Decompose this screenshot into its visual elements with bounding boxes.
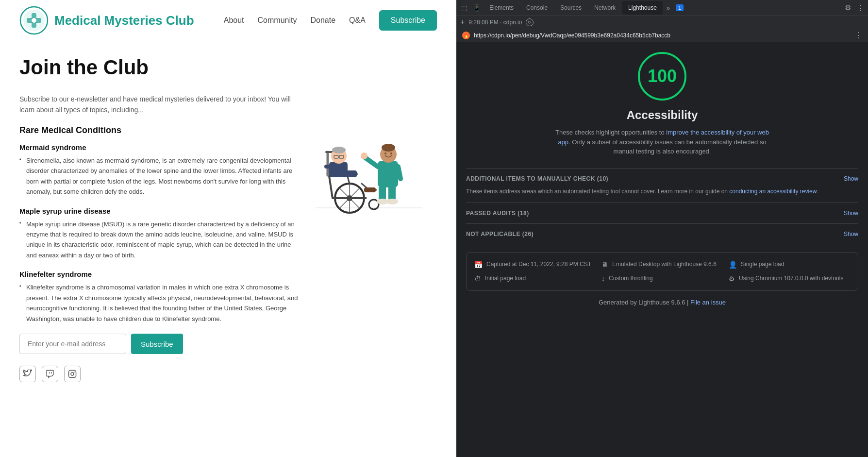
footer-initial-load: ⏱ Initial page load [474,274,596,283]
url-reload-icon[interactable]: ↻ [526,18,534,26]
person-icon: 👤 [729,261,737,269]
devtools-panel: ⬚ 📱 Elements Console Sources Network Lig… [456,0,868,457]
audit-manual-body: These items address areas which an autom… [466,187,858,196]
more-tabs-button[interactable]: » [664,4,673,12]
twitch-icon[interactable] [42,366,58,382]
website-panel: Medical Mysteries Club About Community D… [0,0,456,457]
page-heading: Join the Club [19,56,437,79]
audit-description: These checks highlight opportunities to … [551,128,774,156]
tab-lighthouse[interactable]: Lighthouse [622,1,663,15]
generated-text: Generated by Lighthouse 9.6.6 | [599,299,690,306]
condition-title-1: Maple syrup urine disease [19,207,301,215]
nav-donate[interactable]: Donate [310,16,335,25]
svg-point-4 [32,18,36,23]
condition-title-0: Mermaid syndrome [19,143,301,152]
desktop-icon: 🖥 [601,261,608,269]
svg-rect-20 [324,165,331,169]
devtools-gear-icon[interactable]: ⚙ [842,3,854,12]
svg-rect-5 [69,371,76,378]
logo-container: Medical Mysteries Club [19,6,194,35]
audit-section-na-header[interactable]: NOT APPLICABLE (26) Show [466,231,858,237]
tab-counter: 1 [676,4,684,11]
site-title: Medical Mysteries Club [54,13,194,28]
svg-point-35 [384,152,386,154]
intro-text: Subscribe to our e-newsletter and have m… [19,94,301,116]
svg-point-22 [332,147,346,153]
audit-section-manual-header[interactable]: ADDITIONAL ITEMS TO MANUALLY CHECK (10) … [466,175,858,182]
condition-klinefelter: Klinefelter syndrome Klinefelter syndrom… [19,270,301,324]
lighthouse-results: 100 Accessibility These checks highlight… [456,42,868,457]
devtools-inspect-icon[interactable]: ⬚ [458,2,470,14]
svg-rect-19 [330,170,357,177]
email-input[interactable] [19,334,126,354]
tab-sources[interactable]: Sources [554,1,587,15]
audit-desc-text: These checks highlight opportunities to [555,129,666,136]
audit-passed-show-button[interactable]: Show [844,210,858,217]
condition-text-0: Sirenomelia, also known as mermaid syndr… [19,155,301,197]
audit-na-show-button[interactable]: Show [844,231,858,237]
footer-captured-text: Captured at Dec 11, 2022, 9:28 PM CST [486,260,591,269]
email-section: Subscribe [19,334,301,354]
nav-bar: Medical Mysteries Club About Community D… [0,0,456,41]
audit-desc-mid: . Only a subset of accessibility issues … [568,138,767,155]
url-time: 9:28:08 PM · cdpn.io [468,19,522,26]
audit-section-na: NOT APPLICABLE (26) Show [466,223,858,244]
devtools-more-icon[interactable]: ⋮ [855,3,866,12]
footer-throttling-text: Custom throttling [609,274,653,283]
footer-emulated: 🖥 Emulated Desktop with Lighthouse 9.6.6 [601,260,723,269]
url-text: https://cdpn.io/pen/debug/VwdOaqp/ee0945… [474,32,851,39]
section-heading: Rare Medical Conditions [19,125,301,135]
audit-section-passed-header[interactable]: PASSED AUDITS (18) Show [466,210,858,217]
accessibility-score: 100 [648,66,677,86]
content-area: Subscribe to our e-newsletter and have m… [0,94,456,382]
nav-community[interactable]: Community [258,16,297,25]
instagram-icon[interactable] [64,366,81,382]
footer-captured: 📅 Captured at Dec 11, 2022, 9:28 PM CST [474,260,596,269]
svg-point-31 [386,199,398,204]
file-issue-link[interactable]: File an issue [690,299,726,306]
tab-elements[interactable]: Elements [484,1,519,15]
footer-chromium: ⚙ Using Chromium 107.0.0.0 with devtools [729,274,850,283]
svg-rect-29 [388,183,396,201]
url-more-icon[interactable]: ⋮ [854,31,862,40]
audit-manual-show-button[interactable]: Show [844,175,858,182]
lighthouse-footer: 📅 Captured at Dec 11, 2022, 9:28 PM CST … [466,252,858,291]
url-bar: + 9:28:08 PM · cdpn.io ↻ [456,16,868,29]
audit-manual-link[interactable]: conducting an accessibility review [729,188,816,195]
nav-qa[interactable]: Q&A [349,16,366,25]
nav-about[interactable]: About [224,16,244,25]
generated-by: Generated by Lighthouse 9.6.6 | File an … [599,299,726,306]
footer-initial-load-text: Initial page load [485,274,526,283]
svg-point-34 [382,144,395,152]
footer-single-page-text: Single page load [741,260,784,269]
url-plus-icon[interactable]: + [460,18,465,27]
url-address-bar: 🔥 https://cdpn.io/pen/debug/VwdOaqp/ee09… [456,29,868,42]
email-subscribe-button[interactable]: Subscribe [131,334,183,354]
text-column: Subscribe to our e-newsletter and have m… [19,94,301,382]
condition-maple: Maple syrup urine disease Maple syrup ur… [19,207,301,261]
svg-point-7 [74,372,75,372]
footer-single-page: 👤 Single page load [729,260,850,269]
footer-chromium-text: Using Chromium 107.0.0.0 with devtools [739,274,843,283]
devtools-device-icon[interactable]: 📱 [471,2,483,14]
audit-title: Accessibility [627,108,698,122]
favicon-icon: 🔥 [462,32,470,39]
twitter-icon[interactable] [19,366,36,382]
footer-emulated-text: Emulated Desktop with Lighthouse 9.6.6 [612,260,717,269]
illustration-column [301,94,437,382]
social-icons [19,366,301,382]
tab-network[interactable]: Network [588,1,621,15]
condition-mermaid: Mermaid syndrome Sirenomelia, also known… [19,143,301,197]
svg-rect-26 [364,187,376,192]
nav-subscribe-button[interactable]: Subscribe [379,10,437,31]
accessibility-score-circle: 100 [638,52,686,101]
tab-console[interactable]: Console [520,1,553,15]
devtools-tab-bar: ⬚ 📱 Elements Console Sources Network Lig… [456,0,868,16]
svg-point-36 [390,152,392,154]
logo-icon [19,6,49,35]
timer-icon: ⏱ [474,275,481,283]
svg-rect-28 [379,183,386,201]
condition-text-1: Maple syrup urine disease (MSUD) is a ra… [19,219,301,261]
wheelchair-illustration [306,103,432,220]
nav-links: About Community Donate Q&A Subscribe [224,10,437,31]
